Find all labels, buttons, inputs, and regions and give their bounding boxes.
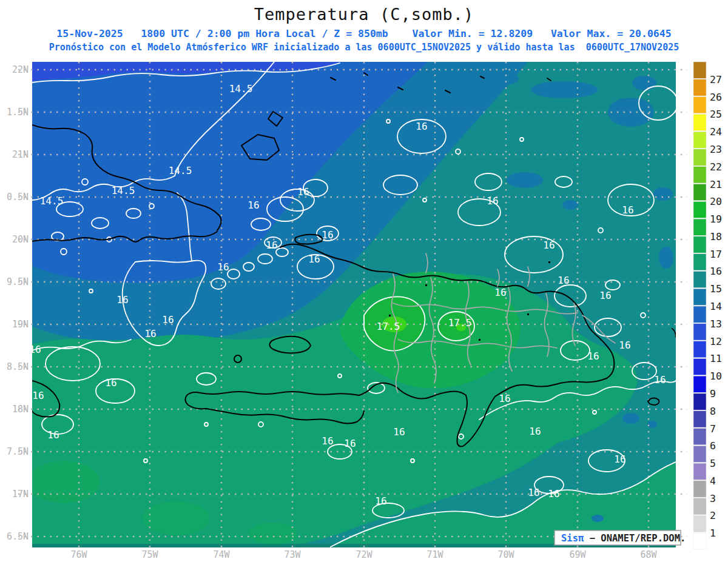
colorbar-segment xyxy=(693,341,706,358)
contour-label-16: 16 xyxy=(29,344,41,355)
colorbar-segment xyxy=(693,62,706,78)
contour-label-16: 16 xyxy=(619,340,630,351)
colorbar-label: 27 xyxy=(710,74,722,85)
colorbar-label: 18 xyxy=(710,231,722,243)
colorbar-label: 5 xyxy=(710,458,716,469)
contour-label-16: 16 xyxy=(322,229,333,241)
contour-label-16: 16 xyxy=(393,426,405,438)
colorbar-label: 2 xyxy=(710,510,716,521)
colorbar-segment xyxy=(693,236,706,253)
colorbar-label: 21 xyxy=(710,179,722,190)
temperature-map: 14.514.514.514.517.517.51616161616161616… xyxy=(0,0,728,562)
contour-label-16: 16 xyxy=(416,121,427,132)
colorbar-segment xyxy=(693,481,706,497)
contour-label-17.5: 17.5 xyxy=(448,317,472,329)
contour-label-16: 16 xyxy=(116,294,128,306)
weather-map-page: Temperatura (C,somb.) 15-Nov-2025 1800 U… xyxy=(0,0,728,562)
colorbar-segment xyxy=(693,114,706,130)
lon-tick-label: 74W xyxy=(213,549,230,560)
colorbar-label: 13 xyxy=(710,318,722,330)
colorbar-label: 12 xyxy=(710,336,722,347)
sispi-logo-text: Sisπ xyxy=(561,533,584,544)
lon-tick-label: 73W xyxy=(284,549,301,560)
colorbar-segment xyxy=(693,79,706,96)
colorbar-segment xyxy=(693,132,706,148)
contour-label-17.5: 17.5 xyxy=(377,321,400,332)
colorbar-segment xyxy=(693,533,706,549)
contour-label-16: 16 xyxy=(144,328,156,340)
colorbar-label: 4 xyxy=(710,475,716,487)
colorbar-segment xyxy=(693,429,706,445)
contour-label-16: 16 xyxy=(162,314,174,326)
contour-label-16: 16 xyxy=(322,435,333,447)
lon-tick-label: 69W xyxy=(569,549,586,560)
longitude-axis: 76W75W74W73W72W71W70W69W68W xyxy=(70,549,657,560)
lon-tick-label: 71W xyxy=(426,549,443,560)
contour-label-16: 16 xyxy=(599,290,611,301)
colorbar-segment xyxy=(693,201,706,218)
colorbar-label: 14 xyxy=(710,301,722,312)
colorbar-label: 1 xyxy=(710,527,716,539)
colorbar-segment xyxy=(693,149,706,166)
colorbar-segment xyxy=(693,271,706,287)
contour-label-16: 16 xyxy=(266,239,277,251)
colorbar-segment xyxy=(693,184,706,201)
colorbar-segment xyxy=(693,446,706,462)
lat-tick-label: 21N xyxy=(12,149,29,160)
contour-label-16: 16 xyxy=(375,495,386,507)
colorbar-segment xyxy=(693,97,706,113)
contour-label-14.5: 14.5 xyxy=(229,83,253,95)
contour-label-16: 16 xyxy=(217,261,229,273)
lon-tick-label: 75W xyxy=(141,549,158,560)
colorbar-label: 17 xyxy=(710,249,722,260)
lat-tick-label: 18N xyxy=(12,404,29,415)
colorbar-segment xyxy=(693,498,706,515)
lon-tick-label: 68W xyxy=(640,549,657,560)
colorbar-label: 7 xyxy=(710,423,716,435)
colorbar-segment xyxy=(693,515,706,532)
colorbar-label: 22 xyxy=(710,161,722,173)
colorbar-label: 10 xyxy=(710,370,722,382)
contour-label-16: 16 xyxy=(558,275,569,286)
contour-label-14.5: 14.5 xyxy=(112,185,135,196)
colorbar-label: 25 xyxy=(710,109,722,120)
contour-label-16: 16 xyxy=(487,195,498,207)
svg-text:Sisπ − ONAMET/REP.DOM.: Sisπ − ONAMET/REP.DOM. xyxy=(561,533,686,544)
contour-label-16: 16 xyxy=(654,374,666,386)
colorbar-label: 15 xyxy=(710,283,722,295)
colorbar-segment xyxy=(693,306,706,323)
colorbar-label: 11 xyxy=(710,353,722,364)
colorbar-label: 26 xyxy=(710,92,722,103)
colorbar-label: 19 xyxy=(710,213,722,225)
lat-tick-label: 1.5N xyxy=(7,107,29,118)
colorbar-label: 9 xyxy=(710,388,716,400)
lon-tick-label: 70W xyxy=(497,549,514,560)
lon-tick-label: 76W xyxy=(70,549,87,560)
colorbar-label: 20 xyxy=(710,196,722,207)
lat-tick-label: 20N xyxy=(12,234,29,245)
contour-label-16: 16 xyxy=(32,390,44,401)
lat-tick-label: 0.5N xyxy=(7,192,29,202)
colorbar-segment xyxy=(693,463,706,480)
lat-tick-label: 7.5N xyxy=(7,446,29,457)
contour-label-14.5: 14.5 xyxy=(40,195,64,207)
lat-tick-label: 17N xyxy=(12,489,29,500)
contour-label-16: 16 xyxy=(494,287,506,298)
contour-label-16: 16 xyxy=(614,453,625,465)
contour-label-16: 16 xyxy=(548,488,559,500)
lat-tick-label: 9.5N xyxy=(7,276,29,287)
contour-label-16: 16 xyxy=(587,350,599,362)
contour-label-16: 16 xyxy=(344,438,356,449)
contour-label-16: 16 xyxy=(297,186,309,198)
contour-label-16: 16 xyxy=(543,239,554,251)
colorbar-segment xyxy=(693,219,706,235)
colorbar-segment xyxy=(693,254,706,270)
colorbar-label: 3 xyxy=(710,493,716,504)
lat-tick-label: 22N xyxy=(12,64,29,75)
colorbar-segment xyxy=(693,358,706,375)
contour-label-16: 16 xyxy=(308,253,320,265)
lon-tick-label: 72W xyxy=(356,549,372,560)
latitude-axis: 22N1.5N21N0.5N20N9.5N19N8.5N18N7.5N17N6.… xyxy=(7,64,29,542)
contour-label-16: 16 xyxy=(47,429,59,441)
colorbar-label: 24 xyxy=(710,126,722,138)
